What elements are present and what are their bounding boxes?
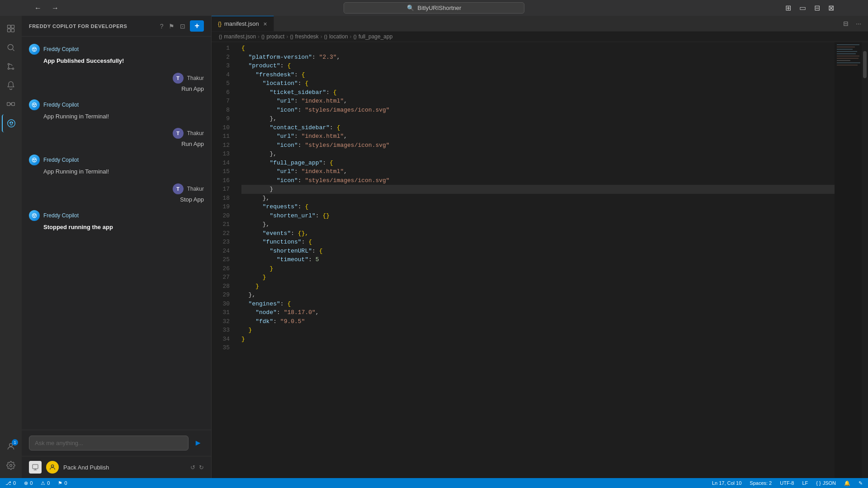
code-line-23: "functions": { bbox=[241, 238, 835, 247]
code-content[interactable]: { "platform-version": "2.3", "product": … bbox=[234, 42, 835, 478]
svg-point-5 bbox=[8, 63, 9, 65]
code-editor[interactable]: 1234567891011121314151617181920212223242… bbox=[212, 42, 868, 478]
code-line-32: "fdk": "9.0.5" bbox=[241, 317, 835, 326]
svg-point-25 bbox=[33, 214, 34, 215]
activity-accounts[interactable]: 1 bbox=[2, 437, 20, 455]
tab-manifest-json[interactable]: {} manifest.json × bbox=[212, 16, 274, 31]
chat-input[interactable] bbox=[29, 436, 189, 450]
activity-copilot[interactable] bbox=[2, 114, 20, 132]
line-number-10: 10 bbox=[212, 123, 230, 132]
bell-icon: 🔔 bbox=[844, 480, 850, 486]
status-cursor[interactable]: Ln 17, Col 10 bbox=[710, 478, 743, 488]
status-notifications[interactable]: 🔔 bbox=[842, 478, 852, 488]
layout-icon-3[interactable]: ⊟ bbox=[812, 3, 822, 13]
user-name-2: Thakur bbox=[187, 130, 204, 136]
bot-name-1: Freddy Copilot bbox=[43, 46, 79, 52]
activity-explorer[interactable] bbox=[2, 19, 20, 38]
user-identity-2: T Thakur bbox=[173, 128, 204, 139]
bot-message-2: App Running in Terminal! bbox=[43, 112, 204, 121]
send-button[interactable]: ► bbox=[192, 436, 204, 450]
scrollbar-thumb[interactable] bbox=[863, 51, 867, 78]
line-number-16: 16 bbox=[212, 176, 230, 185]
bc-label-2: product bbox=[266, 33, 284, 40]
titlebar-search[interactable]: 🔍 BitlyURIShortner bbox=[344, 2, 524, 14]
titlebar: ← → 🔍 BitlyURIShortner ⊞ ▭ ⊟ ⊠ bbox=[0, 0, 868, 16]
layout-icon-4[interactable]: ⊠ bbox=[826, 3, 836, 13]
activity-extensions[interactable] bbox=[2, 95, 20, 113]
git-branch-icon: ⎇ bbox=[5, 480, 11, 486]
new-chat-button[interactable]: + bbox=[190, 20, 204, 32]
code-line-19: "requests": { bbox=[241, 202, 835, 211]
breadcrumb-item-1[interactable]: {} manifest.json bbox=[219, 33, 256, 40]
status-feedback[interactable]: ✎ bbox=[857, 478, 864, 488]
svg-point-16 bbox=[33, 48, 34, 49]
code-line-20: "shorten_url": {} bbox=[241, 211, 835, 221]
user-row-2: T Thakur Run App bbox=[29, 128, 204, 147]
user-action-2: Run App bbox=[181, 141, 204, 147]
status-encoding[interactable]: UTF-8 bbox=[778, 478, 796, 488]
svg-point-19 bbox=[33, 103, 34, 104]
line-number-14: 14 bbox=[212, 159, 230, 168]
line-number-24: 24 bbox=[212, 247, 230, 256]
status-spaces[interactable]: Spaces: 2 bbox=[748, 478, 774, 488]
pack-spin-icon-2: ↻ bbox=[199, 464, 204, 471]
svg-point-23 bbox=[35, 159, 36, 160]
bc-icon-5: {} bbox=[354, 34, 357, 39]
breadcrumb-item-3[interactable]: {} freshdesk bbox=[290, 33, 318, 40]
split-editor-button[interactable]: ⊟ bbox=[841, 19, 851, 28]
settings-panel-button[interactable]: ⊡ bbox=[179, 22, 186, 31]
user-name-3: Thakur bbox=[187, 186, 204, 192]
tab-close-button[interactable]: × bbox=[264, 20, 267, 28]
activity-search[interactable] bbox=[2, 38, 20, 56]
status-language[interactable]: { } JSON bbox=[814, 478, 838, 488]
code-line-21: }, bbox=[241, 220, 835, 229]
layout-icon-1[interactable]: ⊞ bbox=[783, 3, 793, 13]
bot-name-4: Freddy Copilot bbox=[43, 212, 79, 219]
svg-point-6 bbox=[12, 68, 14, 69]
status-warnings[interactable]: ⚠ 0 bbox=[39, 478, 52, 488]
bc-icon-1: {} bbox=[219, 34, 222, 39]
svg-rect-37 bbox=[837, 62, 860, 63]
breadcrumb-item-2[interactable]: {} product bbox=[261, 33, 284, 40]
code-line-17: } bbox=[241, 185, 835, 194]
status-info[interactable]: ⚑ 0 bbox=[56, 478, 69, 488]
activity-source-control[interactable] bbox=[2, 57, 20, 75]
user-avatar-1: T bbox=[173, 73, 184, 84]
pack-label: Pack And Publish bbox=[63, 464, 109, 471]
pack-publish-bar[interactable]: Pack And Publish ↺ ↻ bbox=[22, 456, 211, 478]
tab-actions: ⊟ ··· bbox=[841, 16, 868, 31]
breadcrumb-item-4[interactable]: {} location bbox=[324, 33, 348, 40]
svg-rect-35 bbox=[837, 58, 859, 59]
svg-rect-3 bbox=[11, 29, 14, 32]
svg-point-4 bbox=[8, 44, 13, 50]
svg-point-18 bbox=[32, 103, 36, 107]
breadcrumb-item-5[interactable]: {} full_page_app bbox=[354, 33, 393, 40]
code-line-28: } bbox=[241, 282, 835, 291]
back-button[interactable]: ← bbox=[32, 3, 44, 13]
accounts-badge: 1 bbox=[12, 439, 18, 446]
bot-row-3: Freddy Copilot bbox=[29, 155, 204, 165]
code-line-30: "engines": { bbox=[241, 300, 835, 309]
line-number-9: 9 bbox=[212, 114, 230, 123]
more-actions-button[interactable]: ··· bbox=[854, 19, 863, 28]
help-button[interactable]: ? bbox=[159, 22, 165, 31]
status-errors[interactable]: ⊗ 0 bbox=[22, 478, 34, 488]
code-line-5: "location": { bbox=[241, 79, 835, 88]
flag-button[interactable]: ⚑ bbox=[168, 22, 175, 31]
status-git[interactable]: ⎇ 0 bbox=[4, 478, 18, 488]
activity-run-debug[interactable] bbox=[2, 76, 20, 94]
forward-button[interactable]: → bbox=[49, 3, 61, 13]
line-number-34: 34 bbox=[212, 335, 230, 344]
minimap bbox=[835, 42, 862, 478]
line-number-18: 18 bbox=[212, 194, 230, 203]
pack-image-icon bbox=[29, 461, 42, 474]
code-line-22: "events": {}, bbox=[241, 229, 835, 238]
svg-rect-31 bbox=[837, 49, 853, 50]
layout-icon-2[interactable]: ▭ bbox=[797, 3, 808, 13]
editor-scrollbar[interactable] bbox=[862, 42, 868, 478]
tab-bar: {} manifest.json × ⊟ ··· bbox=[212, 16, 868, 32]
info-icon: ⚑ bbox=[58, 480, 62, 486]
activity-settings[interactable] bbox=[2, 456, 20, 474]
status-eol[interactable]: LF bbox=[800, 478, 810, 488]
cursor-position: Ln 17, Col 10 bbox=[712, 480, 741, 486]
